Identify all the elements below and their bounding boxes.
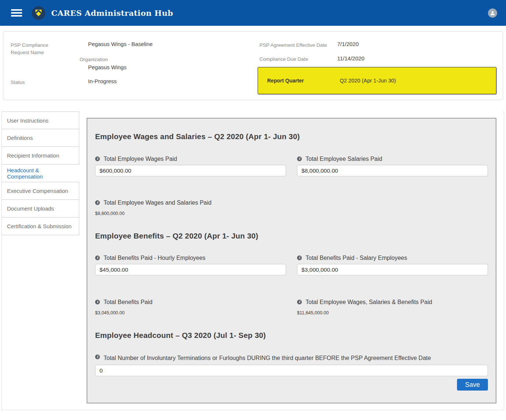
content-wrapper: User Instructions Definitions Recipient … (1, 112, 504, 410)
user-avatar-icon[interactable] (488, 8, 497, 18)
psp-request-name-value: Pegasus Wings - Baseline (88, 40, 153, 48)
organization-value: Pegasus Wings (88, 64, 126, 71)
report-quarter-value: Q2 2020 (Apr 1-Jun 30) (340, 78, 396, 84)
wages-field: i Total Employee Wages Paid (95, 155, 286, 176)
tab-document-uploads[interactable]: Document Uploads (2, 200, 79, 218)
tab-headcount-compensation[interactable]: Headcount & Compensation (2, 165, 79, 182)
info-icon[interactable]: i (297, 300, 302, 304)
salary-benefits-field: i Total Benefits Paid - Salary Employees (297, 254, 488, 275)
salary-benefits-label: Total Benefits Paid - Salary Employees (306, 254, 407, 262)
effective-date-value: 7/1/2020 (337, 40, 359, 48)
due-date-value: 11/14/2020 (337, 55, 364, 62)
tab-certification-submission[interactable]: Certification & Submission (2, 218, 79, 235)
compliance-summary-card: PSP Compliance Request Name Pegasus Wing… (3, 31, 503, 100)
tab-recipient-information[interactable]: Recipient Information (2, 147, 79, 165)
hamburger-menu-icon[interactable] (11, 8, 22, 18)
app-title: CARES Administration Hub (51, 8, 173, 18)
salaries-input[interactable] (297, 165, 488, 176)
total-benefits-value: $3,045,000.00 (95, 310, 286, 316)
terminations-input[interactable] (95, 365, 488, 376)
info-icon[interactable]: i (297, 255, 302, 260)
info-icon[interactable]: i (95, 354, 100, 359)
benefits-section-heading: Employee Benefits – Q2 2020 (Apr 1- Jun … (95, 231, 488, 241)
report-quarter-label: Report Quarter (267, 78, 340, 84)
wages-salaries-total: i Total Employee Wages and Salaries Paid… (95, 199, 488, 216)
info-icon[interactable]: i (95, 255, 100, 260)
section-tabs: User Instructions Definitions Recipient … (2, 112, 79, 235)
headcount-section-heading: Employee Headcount – Q3 2020 (Jul 1- Sep… (95, 331, 488, 340)
tab-definitions[interactable]: Definitions (2, 129, 79, 147)
wages-salaries-total-label: Total Employee Wages and Salaries Paid (104, 199, 212, 207)
app-logo-icon (32, 6, 45, 20)
total-benefits-label: Total Benefits Paid (104, 298, 153, 306)
main-content-area: Employee Wages and Salaries – Q2 2020 (A… (79, 112, 504, 410)
grand-total-label: Total Employee Wages, Salaries & Benefit… (306, 298, 432, 306)
hourly-benefits-label: Total Benefits Paid - Hourly Employees (104, 254, 206, 262)
grand-total: i Total Employee Wages, Salaries & Benef… (297, 298, 488, 316)
status-label: Status (11, 79, 25, 86)
psp-request-name-label: PSP Compliance Request Name (11, 42, 68, 56)
total-benefits: i Total Benefits Paid $3,045,000.00 (95, 298, 286, 316)
info-icon[interactable]: i (95, 300, 100, 304)
hourly-benefits-input[interactable] (95, 264, 286, 275)
info-icon[interactable]: i (95, 156, 100, 161)
report-quarter-highlight: Report Quarter Q2 2020 (Apr 1-Jun 30) (258, 67, 496, 94)
app-header: CARES Administration Hub (0, 0, 506, 26)
tab-executive-compensation[interactable]: Executive Compensation (2, 182, 79, 200)
info-icon[interactable]: i (297, 156, 302, 161)
tab-user-instructions[interactable]: User Instructions (2, 112, 79, 129)
wages-section-heading: Employee Wages and Salaries – Q2 2020 (A… (95, 132, 488, 141)
save-button[interactable]: Save (457, 379, 488, 391)
info-icon[interactable]: i (95, 200, 100, 205)
terminations-field: i Total Number of Involuntary Terminatio… (95, 353, 488, 376)
terminations-label: Total Number of Involuntary Terminations… (104, 353, 431, 363)
grand-total-value: $11,645,000.00 (297, 310, 488, 316)
salary-benefits-input[interactable] (297, 264, 488, 275)
salaries-field: i Total Employee Salaries Paid (297, 155, 488, 176)
effective-date-label: PSP Agreement Effective Date (259, 42, 327, 49)
hourly-benefits-field: i Total Benefits Paid - Hourly Employees (95, 254, 286, 275)
wages-label: Total Employee Wages Paid (104, 155, 177, 163)
status-value: In-Progress (88, 78, 117, 85)
due-date-label: Compliance Due Date (259, 56, 308, 63)
wages-input[interactable] (95, 165, 286, 176)
headcount-compensation-panel: Employee Wages and Salaries – Q2 2020 (A… (87, 118, 496, 403)
organization-label: Organization (80, 56, 108, 63)
salaries-label: Total Employee Salaries Paid (306, 155, 382, 163)
wages-salaries-total-value: $8,600,000.00 (95, 211, 488, 216)
